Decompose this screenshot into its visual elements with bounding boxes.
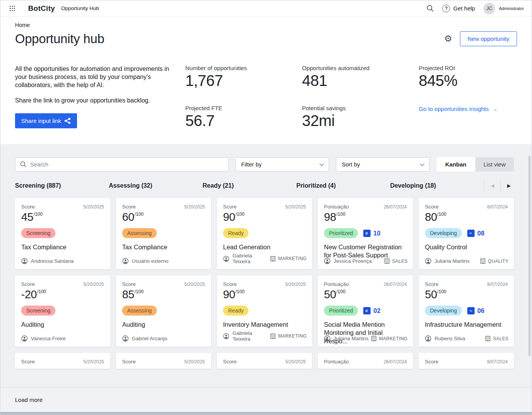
owner-name: Gabriela Teixeira xyxy=(232,253,270,264)
card-title: Inventory Management xyxy=(223,321,306,329)
card-owner: Gabriela Teixeira xyxy=(223,253,270,264)
person-icon xyxy=(425,335,431,342)
account-menu[interactable]: JC Administrator xyxy=(483,3,524,14)
priority-chip: −06 xyxy=(467,307,484,314)
score-value: 50 xyxy=(324,288,336,301)
breadcrumb[interactable]: Home xyxy=(15,22,517,28)
stat-projected-roi: Projected ROI 845% xyxy=(419,65,532,89)
list-view-tab[interactable]: List view xyxy=(475,157,514,171)
filter-by-select[interactable]: Filter by xyxy=(235,157,329,171)
settings-gear-icon[interactable]: ⚙ xyxy=(444,34,452,43)
grid-dots-icon xyxy=(9,5,15,12)
intro-description: All the opportunities for automation and… xyxy=(15,65,171,89)
next-column-button[interactable]: ▶ xyxy=(501,183,517,188)
card-top-row: Score5/20/2025 xyxy=(122,281,205,287)
card-footer: Juliana MartinsMARKETING xyxy=(324,335,408,342)
status-badge: Screening xyxy=(21,228,55,238)
board-footer: Load more xyxy=(0,387,532,412)
card-top-row: Score8/07/2024 xyxy=(425,281,508,287)
owner-name: Usuário externo xyxy=(132,258,168,264)
score-line: 80/100 xyxy=(425,211,508,223)
opportunity-card[interactable]: Score8/07/2024 xyxy=(419,353,514,369)
opportunity-card[interactable]: Score5/20/2025 xyxy=(116,353,211,369)
prev-column-button[interactable]: ◀ xyxy=(484,183,500,188)
score-denominator: /100 xyxy=(235,289,244,294)
card-owner: Gabriel Arcanjo xyxy=(122,335,167,342)
priority-value: 10 xyxy=(373,230,380,237)
card-footer: Gabriela TeixeiraMARKETING xyxy=(223,330,307,342)
opportunity-card[interactable]: Score5/20/202545/100ScreeningTax Complia… xyxy=(15,198,110,269)
card-footer: Usuário externo xyxy=(122,258,206,264)
card-department: MARKETING xyxy=(270,256,307,262)
score-line: 98/100 xyxy=(324,211,407,223)
badge-row: Developing‹08 xyxy=(425,228,508,238)
opportunity-card[interactable]: Pontuação26/07/2024 xyxy=(318,353,413,369)
owner-name: Rubens Silva xyxy=(435,336,465,341)
sort-by-select[interactable]: Sort by xyxy=(336,157,430,171)
topbar-search-button[interactable] xyxy=(426,5,434,12)
card-footer: Rubens SilvaSALES xyxy=(425,335,509,342)
card-owner: Rubens Silva xyxy=(425,335,465,342)
apps-grid-icon[interactable] xyxy=(7,3,17,13)
status-badge: Prioritized xyxy=(324,306,358,316)
score-denominator: /100 xyxy=(37,289,46,294)
card-date: 5/20/2025 xyxy=(84,204,104,210)
board-search[interactable] xyxy=(15,157,229,171)
card-top-row: Score5/20/2025 xyxy=(223,204,306,210)
opportunity-card[interactable]: Score5/20/202590/100ReadyInventory Manag… xyxy=(217,276,312,347)
score-label: Pontuação xyxy=(324,359,349,365)
status-badge: Developing xyxy=(425,228,462,238)
person-icon xyxy=(223,333,229,339)
priority-chip: «10 xyxy=(363,230,380,237)
priority-value: 02 xyxy=(373,307,380,314)
card-title: Tax Compliance xyxy=(21,243,104,251)
opportunity-card[interactable]: Pontuação26/07/202498/100Prioritized«10N… xyxy=(318,198,413,269)
badge-row: Prioritized»02 xyxy=(324,306,407,316)
department-name: QUALITY xyxy=(488,259,509,264)
opportunity-card[interactable]: Score8/07/202450/100Developing−06Infrast… xyxy=(419,276,514,347)
column-title-prioritized: Prioritized (4) xyxy=(296,182,384,189)
card-date: 5/20/2025 xyxy=(185,282,205,287)
card-title: New Customer Registration for Post-Sales… xyxy=(324,243,407,260)
share-input-link-button[interactable]: Share input link xyxy=(15,113,77,128)
avatar: JC xyxy=(483,3,495,14)
vertical-scrollbar[interactable] xyxy=(529,156,530,356)
score-line: 60/100 xyxy=(122,211,205,223)
department-name: SALES xyxy=(493,336,509,341)
double-chevron-up-icon: « xyxy=(363,230,371,237)
kanban-view-tab[interactable]: Kanban xyxy=(436,157,475,171)
get-help-button[interactable]: ? Get help xyxy=(442,5,475,12)
opportunity-card[interactable]: Score5/20/202585/100AssessingAuditingGab… xyxy=(116,276,211,347)
opportunity-card[interactable]: Score5/20/202560/100AssessingTax Complia… xyxy=(116,198,211,269)
load-more-button[interactable]: Load more xyxy=(15,397,43,403)
card-top-row: Score5/20/2025 xyxy=(223,281,306,287)
stat-number-of-opportunities: Number of opportunities 1,767 xyxy=(185,65,302,89)
share-button-label: Share input link xyxy=(21,118,61,124)
badge-row: Developing−06 xyxy=(425,306,508,316)
role-label: Administrator xyxy=(499,6,524,11)
get-help-label: Get help xyxy=(453,5,475,12)
search-icon xyxy=(426,5,434,12)
intro-share-text: Share the link to grow your opportunitie… xyxy=(15,97,171,104)
score-denominator: /100 xyxy=(336,212,345,217)
opportunity-card[interactable]: Score5/20/202590/100ReadyLead Generation… xyxy=(217,198,312,269)
kanban-column: Score8/07/202480/100Developing‹08Quality… xyxy=(419,198,514,370)
new-opportunity-button[interactable]: New opportunity xyxy=(460,31,517,46)
card-footer: Gabriela TeixeiraMARKETING xyxy=(223,253,307,264)
kanban-column: Score5/20/202590/100ReadyLead Generation… xyxy=(217,198,312,370)
opportunity-card[interactable]: Pontuação26/07/202450/100Prioritized»02S… xyxy=(318,276,413,347)
search-input[interactable] xyxy=(30,161,224,168)
score-label: Pontuação xyxy=(324,281,349,287)
go-to-insights-link[interactable]: Go to opportunities insights → xyxy=(419,106,498,112)
opportunity-card[interactable]: Score5/20/2025 xyxy=(217,353,312,369)
score-label: Score xyxy=(425,281,438,287)
opportunity-card[interactable]: Score5/20/2025 xyxy=(15,353,110,369)
card-title: Quality Control xyxy=(425,243,508,251)
badge-row: Assessing xyxy=(122,228,205,238)
card-date: 8/07/2024 xyxy=(487,282,508,287)
opportunity-card[interactable]: Score5/20/2025-20/100ScreeningAuditingVa… xyxy=(15,276,110,347)
score-label: Score xyxy=(122,359,136,365)
opportunity-card[interactable]: Score8/07/202480/100Developing‹08Quality… xyxy=(419,198,514,269)
score-line: 90/100 xyxy=(223,211,306,223)
card-department: MARKETING xyxy=(270,333,307,339)
